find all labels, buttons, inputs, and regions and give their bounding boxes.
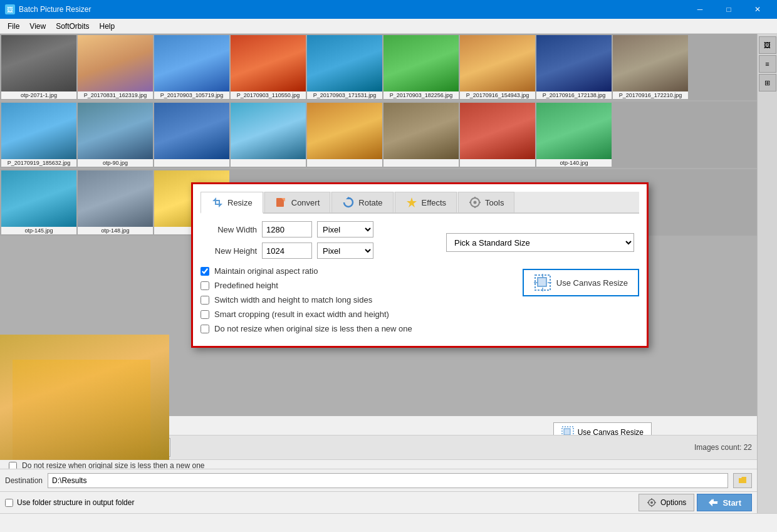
thumb-img-4[interactable]	[307, 35, 382, 91]
thumb-img-r2-4[interactable]	[307, 103, 382, 159]
tab-convert[interactable]: Convert	[264, 192, 331, 212]
smart-crop-checkbox[interactable]	[201, 310, 209, 319]
no-resize-small-row: Do not resize when original size is less…	[201, 324, 510, 333]
height-input[interactable]	[262, 243, 312, 259]
thumb-img-5[interactable]	[383, 35, 459, 91]
thumb-img-6[interactable]	[460, 35, 535, 91]
tab-effects[interactable]: Effects	[395, 192, 457, 212]
thumb-img-3[interactable]	[231, 35, 306, 91]
tab-tools[interactable]: Tools	[458, 192, 514, 212]
thumb-img-0[interactable]	[1, 35, 76, 91]
image-row-2: P_20170919_185632.jpg otp-90.jpg	[0, 102, 757, 168]
options-button[interactable]: Options	[639, 494, 694, 511]
tab-tools-label: Tools	[485, 198, 504, 207]
thumb-col-r2-3[interactable]	[231, 103, 306, 167]
thumb-img-8[interactable]	[613, 35, 688, 91]
options-start-row: Use folder structure in output folder Op…	[0, 491, 757, 513]
use-folder-structure-label: Use folder structure in output folder	[17, 498, 134, 507]
thumb-img-r2-6[interactable]	[460, 103, 535, 159]
thumb-col-r2-4[interactable]	[307, 103, 382, 167]
use-folder-structure-checkbox[interactable]	[5, 499, 13, 507]
predefined-height-checkbox[interactable]	[201, 281, 209, 290]
canvas-resize-button[interactable]: Use Canvas Resize	[523, 269, 639, 296]
thumb-img-r2-2[interactable]	[154, 103, 229, 159]
thumb-col-0[interactable]: otp-2071-1.jpg	[1, 35, 76, 99]
checkboxes-area: Maintain original aspect ratio Predefine…	[201, 266, 510, 338]
resize-tab-icon	[211, 196, 224, 209]
thumb-label-r2-6	[460, 159, 535, 167]
thumb-col-r2-6[interactable]	[460, 103, 535, 167]
thumb-col-r2-7[interactable]: otp-140.jpg	[536, 103, 612, 167]
thumb-label-r3-1: otp-148.jpg	[78, 227, 153, 234]
thumb-col-7[interactable]: P_20170916_172138.jpg	[536, 35, 612, 99]
thumb-img-r3-0[interactable]	[1, 170, 76, 227]
width-input[interactable]	[262, 221, 312, 237]
thumb-label-r3-0: otp-145.jpg	[1, 227, 76, 234]
thumb-col-4[interactable]: P_20170903_171531.jpg	[307, 35, 382, 99]
maximize-button[interactable]: □	[714, 0, 743, 19]
thumb-col-r2-5[interactable]	[383, 103, 459, 167]
thumb-col-2[interactable]: P_20170903_105719.jpg	[154, 35, 229, 99]
maintain-aspect-label: Maintain original aspect ratio	[214, 266, 318, 276]
thumb-img-r2-1[interactable]	[78, 103, 153, 159]
svg-rect-13	[538, 278, 546, 286]
thumb-img-r3-1[interactable]	[78, 170, 153, 227]
menu-file[interactable]: File	[3, 21, 24, 32]
right-panel: 🖼 ≡ ⊞	[757, 34, 777, 532]
panel-btn-2[interactable]: ≡	[759, 55, 776, 73]
switch-wh-checkbox[interactable]	[201, 296, 209, 305]
switch-wh-row: Switch width and height to match long si…	[201, 295, 510, 305]
smart-crop-row: Smart cropping (result in exact width an…	[201, 310, 510, 319]
thumb-col-r3-1[interactable]: otp-148.jpg	[78, 170, 153, 234]
no-resize-small-checkbox[interactable]	[201, 325, 209, 333]
thumb-label-r2-3	[231, 159, 306, 167]
panel-btn-1[interactable]: 🖼	[759, 36, 776, 54]
minimize-button[interactable]: ─	[686, 0, 714, 19]
thumb-col-5[interactable]: P_20170903_182256.jpg	[383, 35, 459, 99]
svg-marker-5	[407, 197, 417, 207]
thumb-col-r2-0[interactable]: P_20170919_185632.jpg	[1, 103, 76, 167]
thumb-img-7[interactable]	[536, 35, 612, 91]
new-height-label: New Height	[201, 246, 257, 256]
thumb-col-1[interactable]: P_20170831_162319.jpg	[78, 35, 153, 99]
tab-resize[interactable]: Resize	[201, 192, 263, 214]
thumb-col-3[interactable]: P_20170903_110550.jpg	[231, 35, 306, 99]
thumb-col-r2-2[interactable]	[154, 103, 229, 167]
effects-tab-icon	[405, 196, 418, 209]
thumb-col-r2-1[interactable]: otp-90.jpg	[78, 103, 153, 167]
thumb-img-1[interactable]	[78, 35, 153, 91]
start-button[interactable]: Start	[697, 494, 752, 511]
menu-softorbits[interactable]: SoftOrbits	[51, 21, 94, 32]
thumb-label-r2-2	[154, 159, 229, 167]
destination-input[interactable]	[48, 473, 728, 488]
thumb-img-r2-3[interactable]	[231, 103, 306, 159]
menu-help[interactable]: Help	[95, 21, 120, 32]
tab-rotate[interactable]: Rotate	[331, 192, 393, 212]
form-left: New Width Pixel Percent cm inch New Heig…	[201, 221, 420, 264]
title-bar-left: 🖼 Batch Picture Resizer	[5, 4, 91, 14]
close-button[interactable]: ✕	[743, 0, 772, 19]
thumb-img-r2-5[interactable]	[383, 103, 459, 159]
height-unit-select[interactable]: Pixel Percent cm inch	[317, 243, 373, 259]
smart-crop-label: Smart cropping (result in exact width an…	[214, 310, 389, 319]
maintain-aspect-checkbox[interactable]	[201, 267, 209, 276]
new-width-label: New Width	[201, 225, 257, 234]
tab-rotate-label: Rotate	[358, 198, 382, 207]
standard-size-select[interactable]: Pick a Standard Size 800x600 1024x768 12…	[446, 233, 634, 252]
thumb-col-8[interactable]: P_20170916_172210.jpg	[613, 35, 688, 99]
thumb-col-r3-0[interactable]: otp-145.jpg	[1, 170, 76, 234]
options-label: Options	[660, 498, 686, 507]
width-unit-select[interactable]: Pixel Percent cm inch	[317, 221, 373, 237]
panel-btn-3[interactable]: ⊞	[759, 74, 776, 91]
menu-view[interactable]: View	[24, 21, 51, 32]
browse-destination-button[interactable]	[733, 473, 752, 488]
status-bar	[0, 513, 777, 532]
canvas-btn-area: Use Canvas Resize	[523, 266, 639, 296]
svg-point-7	[474, 201, 477, 204]
thumb-label-5: P_20170903_182256.jpg	[383, 91, 459, 99]
thumb-img-r2-7[interactable]	[536, 103, 612, 159]
height-row: New Height Pixel Percent cm inch	[201, 243, 420, 259]
thumb-img-r2-0[interactable]	[1, 103, 76, 159]
thumb-img-2[interactable]	[154, 35, 229, 91]
thumb-col-6[interactable]: P_20170916_154943.jpg	[460, 35, 535, 99]
